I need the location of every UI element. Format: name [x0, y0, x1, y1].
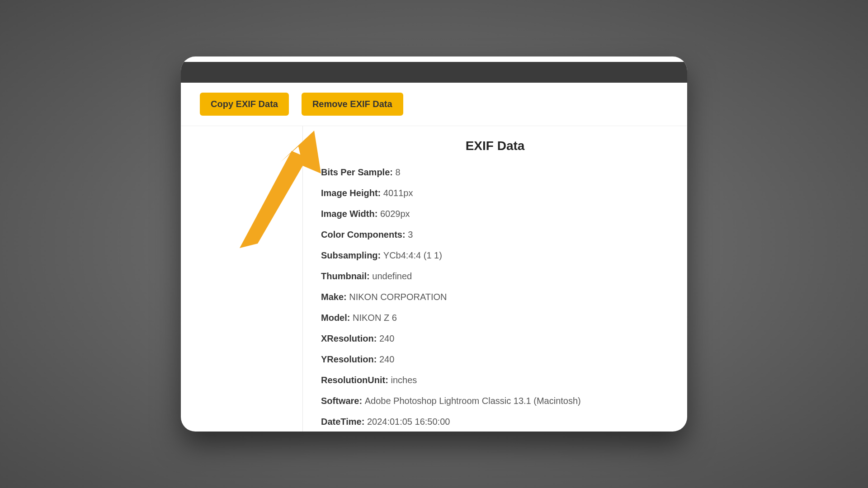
exif-field-value: YCb4:4:4 (1 1)	[383, 250, 442, 260]
exif-field-row: Bits Per Sample: 8	[321, 166, 669, 178]
exif-field-row: Thumbnail: undefined	[321, 270, 669, 282]
exif-field-value: undefined	[372, 271, 412, 281]
exif-field-value: inches	[391, 375, 417, 385]
exif-field-label: Bits Per Sample:	[321, 167, 396, 177]
exif-field-list: Bits Per Sample: 8Image Height: 4011pxIm…	[321, 166, 669, 432]
exif-field-row: Image Height: 4011px	[321, 187, 669, 199]
exif-field-row: Software: Adobe Photoshop Lightroom Clas…	[321, 394, 669, 407]
exif-field-value: 6029px	[380, 209, 410, 219]
exif-field-value: NIKON Z 6	[353, 313, 397, 323]
exif-field-label: YResolution:	[321, 354, 379, 364]
copy-exif-button[interactable]: Copy EXIF Data	[200, 93, 289, 116]
exif-field-value: 4011px	[383, 188, 413, 198]
exif-field-label: Image Width:	[321, 209, 380, 219]
exif-field-label: ResolutionUnit:	[321, 375, 391, 385]
exif-panel: EXIF Data Bits Per Sample: 8Image Height…	[303, 126, 687, 432]
exif-field-label: Make:	[321, 292, 349, 302]
exif-field-row: YResolution: 240	[321, 353, 669, 366]
exif-field-row: Image Width: 6029px	[321, 207, 669, 220]
exif-field-label: Software:	[321, 396, 365, 406]
toolbar: Copy EXIF Data Remove EXIF Data	[181, 83, 687, 126]
exif-heading: EXIF Data	[321, 139, 669, 153]
exif-field-value: 240	[379, 354, 394, 364]
exif-field-row: Color Components: 3	[321, 228, 669, 241]
content-area: EXIF Data Bits Per Sample: 8Image Height…	[181, 126, 687, 432]
exif-field-label: Subsampling:	[321, 250, 383, 260]
exif-field-label: Model:	[321, 313, 353, 323]
svg-marker-0	[240, 151, 307, 248]
left-pane	[181, 126, 303, 432]
exif-field-label: Color Components:	[321, 230, 408, 239]
exif-field-row: ResolutionUnit: inches	[321, 374, 669, 386]
exif-field-row: Subsampling: YCb4:4:4 (1 1)	[321, 249, 669, 262]
remove-exif-button[interactable]: Remove EXIF Data	[302, 93, 403, 116]
exif-field-value: Adobe Photoshop Lightroom Classic 13.1 (…	[365, 396, 581, 406]
exif-field-label: Thumbnail:	[321, 271, 372, 281]
window-titlebar	[181, 62, 687, 83]
exif-field-value: 2024:01:05 16:50:00	[367, 417, 450, 427]
exif-field-row: Make: NIKON CORPORATION	[321, 291, 669, 303]
app-window: Copy EXIF Data Remove EXIF Data EXIF Dat…	[181, 56, 687, 432]
exif-field-label: DateTime:	[321, 417, 367, 427]
exif-field-value: 8	[396, 167, 401, 177]
exif-field-row: XResolution: 240	[321, 332, 669, 345]
exif-field-label: Image Height:	[321, 188, 383, 198]
exif-field-label: XResolution:	[321, 333, 379, 343]
exif-field-value: 3	[408, 230, 413, 239]
exif-field-value: NIKON CORPORATION	[349, 292, 447, 302]
exif-field-row: Model: NIKON Z 6	[321, 311, 669, 324]
exif-field-value: 240	[379, 333, 394, 343]
exif-field-row: DateTime: 2024:01:05 16:50:00	[321, 415, 669, 428]
